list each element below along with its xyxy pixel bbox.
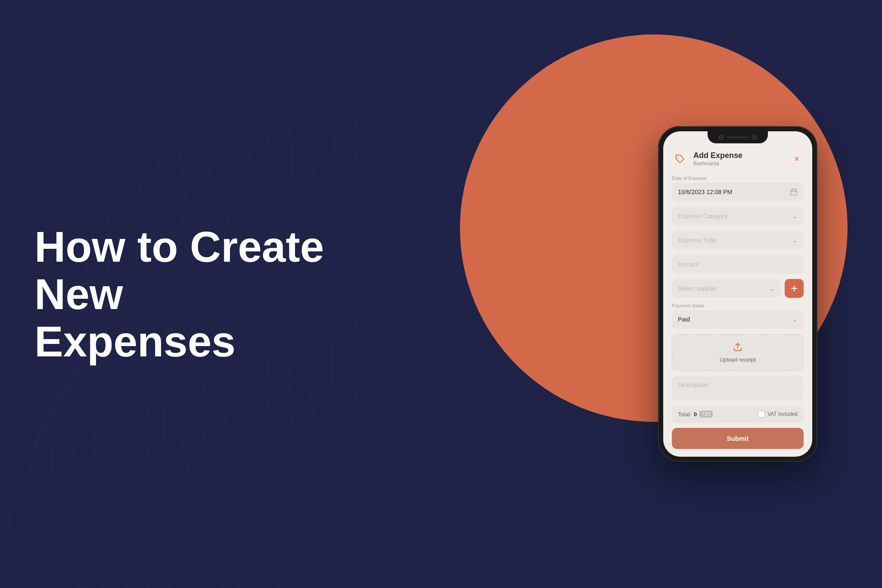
amount-placeholder: Amount bbox=[678, 261, 699, 268]
plus-icon bbox=[790, 284, 798, 293]
notch-camera bbox=[718, 135, 724, 140]
chevron-down-icon-4: ⌄ bbox=[792, 316, 798, 323]
app-icon-box bbox=[672, 151, 688, 167]
app-header: Add Expense Bashmania bbox=[672, 149, 804, 167]
add-supplier-button[interactable] bbox=[785, 279, 804, 298]
description-input[interactable]: Description bbox=[672, 376, 804, 400]
phone-shell: Add Expense Bashmania Date of Expense bbox=[658, 126, 817, 462]
supplier-field-group: Select supplier ⌄ bbox=[672, 279, 804, 298]
calendar-icon bbox=[790, 188, 798, 196]
vat-right: VAT Included bbox=[758, 411, 798, 418]
supplier-select[interactable]: Select supplier ⌄ bbox=[672, 279, 780, 298]
payment-status-value: Paid bbox=[678, 316, 690, 323]
upload-icon bbox=[733, 342, 742, 354]
expense-type-select[interactable]: Expense Type ⌄ bbox=[672, 231, 804, 250]
vat-checkbox[interactable] bbox=[758, 411, 765, 418]
app-subtitle: Bashmania bbox=[693, 161, 742, 167]
header-left: Add Expense Bashmania bbox=[672, 151, 742, 167]
app-screen: Add Expense Bashmania Date of Expense bbox=[663, 131, 812, 457]
expense-type-group: Expense Type ⌄ bbox=[672, 231, 804, 250]
tag-icon bbox=[675, 154, 685, 164]
chevron-down-icon-3: ⌄ bbox=[769, 285, 774, 292]
app-title: Add Expense bbox=[693, 151, 742, 161]
vat-label: VAT Included bbox=[767, 411, 798, 417]
notch-speaker bbox=[727, 136, 748, 139]
phone-notch bbox=[708, 131, 768, 143]
submit-button[interactable]: Submit bbox=[672, 428, 804, 449]
total-label: Total: bbox=[678, 411, 691, 418]
phone-mockup: Add Expense Bashmania Date of Expense bbox=[658, 126, 817, 462]
hero-line2: New Expenses bbox=[34, 270, 336, 365]
total-left: Total: 0 TZS bbox=[678, 411, 713, 418]
total-row: Total: 0 TZS VAT Included bbox=[672, 405, 804, 423]
description-field-group: Description bbox=[672, 376, 804, 400]
upload-label: Upload receipt bbox=[720, 356, 756, 363]
expense-category-group: Expense Category ⌄ bbox=[672, 207, 804, 226]
header-title-group: Add Expense Bashmania bbox=[693, 151, 742, 167]
payment-status-label: Payment status bbox=[672, 303, 804, 308]
notch-camera-right bbox=[752, 135, 757, 140]
supplier-placeholder: Select supplier bbox=[678, 285, 717, 292]
upload-receipt-box[interactable]: Upload receipt bbox=[672, 334, 804, 371]
expense-category-placeholder: Expense Category bbox=[678, 213, 727, 220]
close-button[interactable] bbox=[790, 152, 804, 166]
description-placeholder: Description bbox=[678, 381, 708, 388]
close-icon bbox=[793, 155, 800, 162]
date-label: Date of Expense bbox=[672, 176, 804, 181]
chevron-down-icon: ⌄ bbox=[792, 213, 798, 220]
date-input[interactable]: 10/6/2023 12:08 PM bbox=[672, 183, 804, 201]
payment-status-select[interactable]: Paid ⌄ bbox=[672, 310, 804, 329]
amount-input[interactable]: Amount bbox=[672, 255, 804, 274]
total-value: 0 bbox=[694, 411, 697, 418]
phone-screen-area: Add Expense Bashmania Date of Expense bbox=[663, 131, 812, 457]
expense-category-select[interactable]: Expense Category ⌄ bbox=[672, 207, 804, 226]
date-field-group: Date of Expense 10/6/2023 12:08 PM bbox=[672, 176, 804, 201]
chevron-down-icon-2: ⌄ bbox=[792, 237, 798, 244]
currency-badge: TZS bbox=[699, 411, 713, 418]
hero-line1: How to Create bbox=[34, 223, 336, 270]
svg-rect-3 bbox=[791, 189, 797, 195]
expense-type-placeholder: Expense Type bbox=[678, 237, 716, 244]
supplier-row: Select supplier ⌄ bbox=[672, 279, 804, 298]
amount-field-group: Amount bbox=[672, 255, 804, 274]
hero-text: How to Create New Expenses bbox=[34, 223, 336, 365]
date-value: 10/6/2023 12:08 PM bbox=[678, 189, 732, 195]
payment-status-group: Payment status Paid ⌄ bbox=[672, 303, 804, 329]
